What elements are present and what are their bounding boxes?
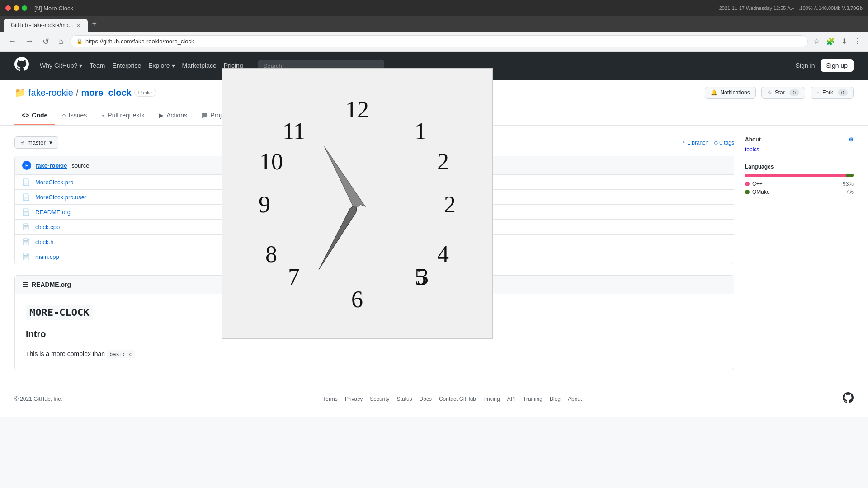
code-icon: <> xyxy=(22,112,29,119)
tab-code[interactable]: <> Code xyxy=(14,106,55,125)
minimize-window-btn[interactable] xyxy=(14,5,19,11)
browser-navbar: ← → ↺ ⌂ 🔒 https://github.com/fake-rookie… xyxy=(0,32,868,52)
cpp-lang-segment xyxy=(745,174,846,177)
branch-count-icon: ⑂ xyxy=(683,140,686,146)
pr-icon: ⑂ xyxy=(101,112,105,119)
branch-icon: ⑂ xyxy=(20,139,24,146)
clock-number-2: 2 xyxy=(444,192,456,217)
close-window-btn[interactable] xyxy=(5,5,11,11)
footer-pricing-link[interactable]: Pricing xyxy=(483,396,500,402)
file-icon: 📄 xyxy=(22,178,30,186)
footer-security-link[interactable]: Security xyxy=(370,396,389,402)
qmake-color-dot xyxy=(745,190,750,194)
footer-training-link[interactable]: Training xyxy=(523,396,542,402)
cpp-lang-name: C++ xyxy=(752,181,763,187)
sidebar-edit-btn[interactable]: ⚙ xyxy=(849,136,854,143)
clock-number-9: 9 xyxy=(259,192,270,217)
breadcrumb: 📁 fake-rookie / more_clock Public xyxy=(14,87,156,98)
commit-author-avatar: F xyxy=(22,161,31,170)
cpp-lang-pct: 93% xyxy=(843,181,854,187)
clock-number-8: 8 xyxy=(265,241,277,267)
nav-why-github[interactable]: Why GitHub? ▾ xyxy=(40,62,82,69)
bookmark-btn[interactable]: ☆ xyxy=(811,35,821,47)
footer-terms-link[interactable]: Terms xyxy=(323,396,338,402)
chevron-down-icon: ▾ xyxy=(49,139,52,146)
file-icon: 📄 xyxy=(22,193,30,201)
github-logo xyxy=(14,57,29,74)
actions-icon: ▶ xyxy=(159,112,164,119)
qmake-lang-segment xyxy=(846,174,854,177)
language-list: C++ 93% QMake 7% xyxy=(745,181,854,195)
sidebar-about-section: About ⚙ topics xyxy=(745,136,854,153)
settings-btn[interactable]: ⋮ xyxy=(852,35,863,47)
tags-link[interactable]: ◇ 0 tags xyxy=(714,140,734,146)
commit-author-link[interactable]: fake-rookie xyxy=(36,162,67,169)
clock-number-11: 11 xyxy=(283,118,305,144)
qmake-lang-pct: 7% xyxy=(846,189,854,195)
browser-action-buttons: ☆ 🧩 ⬇ ⋮ xyxy=(811,35,863,47)
qmake-lang-name: QMake xyxy=(752,189,770,195)
new-tab-btn[interactable]: + xyxy=(88,17,102,32)
sidebar-about-heading: About ⚙ xyxy=(745,136,854,143)
window-title: [N] More Clock xyxy=(34,5,73,12)
home-btn[interactable]: ⌂ xyxy=(56,35,66,48)
tab-actions[interactable]: ▶ Actions xyxy=(151,106,194,125)
file-icon: 📄 xyxy=(22,223,30,230)
repo-action-buttons: 🔔 Notifications ☆ Star 0 ⑂ Fork 0 xyxy=(705,87,854,99)
clock-center xyxy=(354,200,361,207)
branch-selector[interactable]: ⑂ master ▾ xyxy=(14,136,58,149)
nav-team[interactable]: Team xyxy=(90,62,105,69)
visibility-badge: Public xyxy=(134,89,156,97)
tab-issues[interactable]: ○ Issues xyxy=(55,106,94,125)
lock-icon: 🔒 xyxy=(76,38,83,44)
readme-intro-text: This is a more complex than basic_c xyxy=(26,349,723,359)
copyright-text: © 2021 GitHub, Inc. xyxy=(14,396,62,402)
header-right-actions: Sign in Sign up xyxy=(796,59,854,72)
footer-status-link[interactable]: Status xyxy=(397,396,412,402)
footer-contact-link[interactable]: Contact GitHub xyxy=(439,396,476,402)
cpp-color-dot xyxy=(745,182,750,186)
footer-privacy-link[interactable]: Privacy xyxy=(345,396,363,402)
branches-link[interactable]: ⑂ 1 branch xyxy=(683,140,708,146)
notifications-button[interactable]: 🔔 Notifications xyxy=(705,87,755,99)
forward-btn[interactable]: → xyxy=(23,35,36,48)
sidebar: About ⚙ topics Languages C++ 93% xyxy=(745,136,854,370)
extensions-btn[interactable]: 🧩 xyxy=(824,35,837,47)
sign-in-link[interactable]: Sign in xyxy=(796,62,815,69)
repo-owner-link[interactable]: fake-rookie xyxy=(28,88,73,98)
repo-name-link[interactable]: more_clock xyxy=(81,88,132,98)
readme-title: MORE-CLOCK xyxy=(26,305,93,320)
footer-blog-link[interactable]: Blog xyxy=(550,396,561,402)
clock-number-10: 10 xyxy=(259,149,283,174)
refresh-btn[interactable]: ↺ xyxy=(40,35,52,48)
maximize-window-btn[interactable] xyxy=(22,5,27,11)
footer-about-link[interactable]: About xyxy=(568,396,582,402)
system-info: 2021-11-17 Wednesday 12:55 Λ.∞ -.100% Λ.… xyxy=(719,5,863,11)
commit-message: source xyxy=(71,162,89,169)
download-btn[interactable]: ⬇ xyxy=(840,35,849,47)
file-icon: 📄 xyxy=(22,253,30,260)
footer-api-link[interactable]: API xyxy=(507,396,516,402)
star-button[interactable]: ☆ Star 0 xyxy=(761,87,805,99)
active-browser-tab[interactable]: GitHub - fake-rookie/mo... × xyxy=(4,19,88,32)
tab-pull-requests[interactable]: ⑂ Pull requests xyxy=(94,106,151,125)
window-controls xyxy=(5,5,27,11)
browser-topbar: [N] More Clock 2021-11-17 Wednesday 12:5… xyxy=(0,0,868,16)
clock-number-6: 6 xyxy=(351,286,363,312)
url-bar[interactable]: 🔒 https://github.com/fake-rookie/more_cl… xyxy=(70,35,808,47)
nav-explore[interactable]: Explore ▾ xyxy=(148,62,175,69)
fork-button[interactable]: ⑂ Fork 0 xyxy=(811,87,854,99)
sidebar-languages-section: Languages C++ 93% QMake 7% xyxy=(745,164,854,195)
tab-close-btn[interactable]: × xyxy=(76,22,80,29)
clock-svg: 12 1 2 3 6 11 9 7 5 10 2 8 4 xyxy=(244,90,470,316)
nav-enterprise[interactable]: Enterprise xyxy=(112,62,141,69)
readme-code-snippet: basic_c xyxy=(107,350,135,358)
back-btn[interactable]: ← xyxy=(5,35,19,48)
sign-up-button[interactable]: Sign up xyxy=(821,59,854,72)
star-count: 0 xyxy=(789,89,799,96)
fork-icon: ⑂ xyxy=(816,89,820,96)
clock-number-12: 12 xyxy=(345,97,369,122)
footer-docs-link[interactable]: Docs xyxy=(420,396,432,402)
nav-marketplace[interactable]: Marketplace xyxy=(182,62,217,69)
lang-item-cpp: C++ 93% xyxy=(745,181,854,187)
